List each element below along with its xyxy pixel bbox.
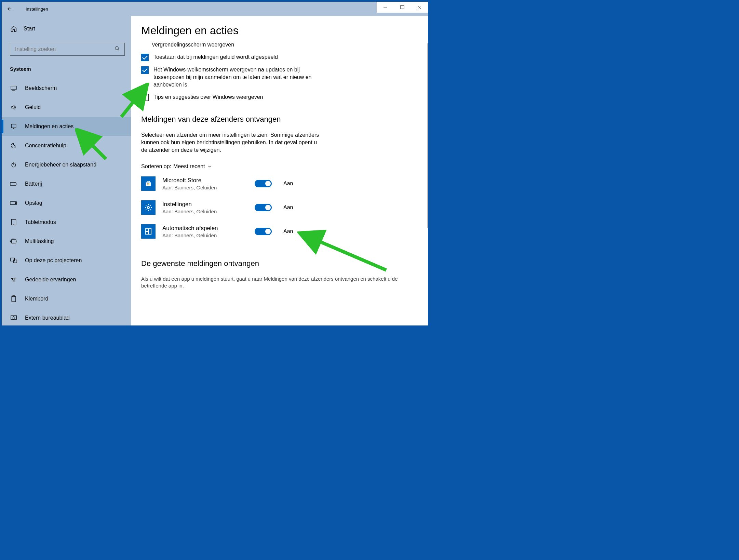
page-title: Meldingen en acties (141, 24, 421, 37)
sender-sub: Aan: Banners, Geluiden (162, 185, 248, 190)
svg-rect-6 (11, 86, 16, 90)
toggle-autoplay[interactable] (255, 228, 272, 235)
battery-icon (10, 182, 17, 186)
svg-rect-38 (146, 229, 148, 231)
checkbox-tips[interactable] (141, 94, 149, 101)
sidebar-item-label: Extern bureaublad (25, 315, 70, 321)
checkbox-row-lockscreen: vergrendelingsscherm weergeven (141, 41, 326, 49)
sidebar-item-label: Batterij (25, 181, 42, 187)
sidebar-item-label: Multitasking (25, 238, 54, 244)
checkbox-row-sound: Toestaan dat bij meldingen geluid wordt … (141, 53, 326, 61)
svg-line-5 (118, 49, 119, 50)
sender-name: Instellingen (162, 201, 248, 208)
toggle-store[interactable] (255, 180, 272, 187)
sidebar-item-focus[interactable]: Concentratiehulp (2, 136, 131, 155)
sidebar-item-label: Geluid (25, 104, 41, 110)
sender-row-autoplay[interactable]: Automatisch afspelen Aan: Banners, Gelui… (141, 224, 421, 239)
store-icon (141, 176, 156, 191)
svg-rect-34 (148, 183, 149, 184)
content-area: Start Systeem Beeldscherm Geluid (2, 16, 428, 325)
sidebar-item-project[interactable]: Op deze pc projecteren (2, 251, 131, 270)
svg-point-25 (15, 278, 16, 279)
titlebar: Instellingen (2, 2, 428, 16)
checkbox-sound[interactable] (141, 54, 149, 61)
gear-icon (141, 200, 156, 215)
svg-rect-39 (149, 229, 151, 235)
checkbox-label: vergrendelingsscherm weergeven (152, 41, 234, 49)
toggle-state: Aan (283, 204, 293, 211)
svg-point-14 (15, 203, 16, 204)
sidebar-item-multitasking[interactable]: Multitasking (2, 232, 131, 251)
moon-icon (10, 143, 17, 149)
desired-description: Als u wilt dat een app u meldingen stuur… (141, 276, 421, 289)
checkbox-welcome[interactable] (141, 66, 149, 74)
window-title: Instellingen (26, 6, 48, 12)
back-arrow-icon (6, 6, 13, 12)
clipboard-icon (10, 295, 17, 302)
window-controls (377, 2, 428, 13)
checkbox-label: Toestaan dat bij meldingen geluid wordt … (153, 53, 278, 61)
sort-value: Meest recent (173, 163, 205, 170)
sidebar-item-clipboard[interactable]: Klembord (2, 289, 131, 308)
svg-rect-40 (146, 232, 148, 234)
maximize-icon (400, 5, 404, 9)
sidebar-item-tablet[interactable]: Tabletmodus (2, 213, 131, 232)
close-button[interactable] (411, 2, 428, 13)
svg-rect-30 (12, 296, 16, 302)
svg-rect-8 (11, 124, 16, 128)
sidebar-item-label: Op deze pc projecteren (25, 257, 82, 264)
sidebar-item-label: Klembord (25, 296, 48, 302)
shared-icon (10, 277, 17, 283)
multitasking-icon (10, 239, 17, 244)
sidebar-item-power[interactable]: Energiebeheer en slaapstand (2, 155, 131, 174)
sidebar-item-display[interactable]: Beeldscherm (2, 79, 131, 98)
minimize-button[interactable] (377, 2, 394, 13)
search-icon (115, 46, 120, 53)
toggle-state: Aan (283, 181, 293, 187)
checkbox-row-welcome: Het Windows-welkomstscherm weergeven na … (141, 66, 326, 89)
sender-row-store[interactable]: Microsoft Store Aan: Banners, Geluiden A… (141, 176, 421, 191)
svg-rect-35 (147, 184, 148, 185)
svg-point-24 (11, 278, 12, 279)
grid-icon (141, 224, 156, 239)
checkbox-label: Tips en suggesties over Windows weergeve… (153, 93, 263, 101)
sender-sub: Aan: Banners, Geluiden (162, 232, 248, 238)
sidebar-item-battery[interactable]: Batterij (2, 174, 131, 194)
display-icon (10, 85, 17, 91)
svg-rect-1 (401, 5, 404, 9)
category-label: Systeem (2, 63, 131, 79)
tablet-icon (10, 219, 17, 226)
checkbox-label: Het Windows-welkomstscherm weergeven na … (153, 66, 326, 89)
home-button[interactable]: Start (2, 20, 131, 37)
sender-name: Microsoft Store (162, 177, 248, 184)
maximize-button[interactable] (394, 2, 411, 13)
toggle-settings[interactable] (255, 204, 272, 211)
senders-description: Selecteer een afzender om meer instellin… (141, 131, 322, 154)
remote-icon (10, 315, 17, 321)
sidebar-item-notifications[interactable]: Meldingen en acties (2, 117, 131, 136)
sort-control[interactable]: Sorteren op: Meest recent (141, 163, 421, 170)
svg-rect-22 (11, 258, 15, 261)
svg-line-29 (14, 279, 15, 281)
sidebar-item-sound[interactable]: Geluid (2, 98, 131, 117)
sort-label: Sorteren op: (141, 163, 171, 170)
svg-line-28 (12, 279, 13, 281)
minimize-icon (383, 5, 387, 9)
svg-rect-17 (11, 240, 16, 243)
search-input[interactable] (10, 43, 125, 56)
sender-row-settings[interactable]: Instellingen Aan: Banners, Geluiden Aan (141, 200, 421, 215)
sidebar-item-label: Concentratiehulp (25, 143, 66, 149)
back-button[interactable] (2, 2, 17, 16)
sidebar-item-shared[interactable]: Gedeelde ervaringen (2, 270, 131, 289)
checkbox-row-tips: Tips en suggesties over Windows weergeve… (141, 93, 326, 101)
home-label: Start (24, 26, 35, 32)
sidebar-item-remote[interactable]: Extern bureaublad (2, 308, 131, 325)
main-content: Meldingen en acties vergrendelingsscherm… (131, 16, 428, 325)
senders-heading: Meldingen van deze afzenders ontvangen (141, 115, 421, 124)
sidebar-item-label: Beeldscherm (25, 85, 57, 91)
scrollbar[interactable] (427, 43, 428, 228)
svg-point-26 (13, 281, 14, 282)
sender-sub: Aan: Banners, Geluiden (162, 209, 248, 214)
storage-icon (10, 201, 17, 205)
sidebar-item-storage[interactable]: Opslag (2, 194, 131, 213)
